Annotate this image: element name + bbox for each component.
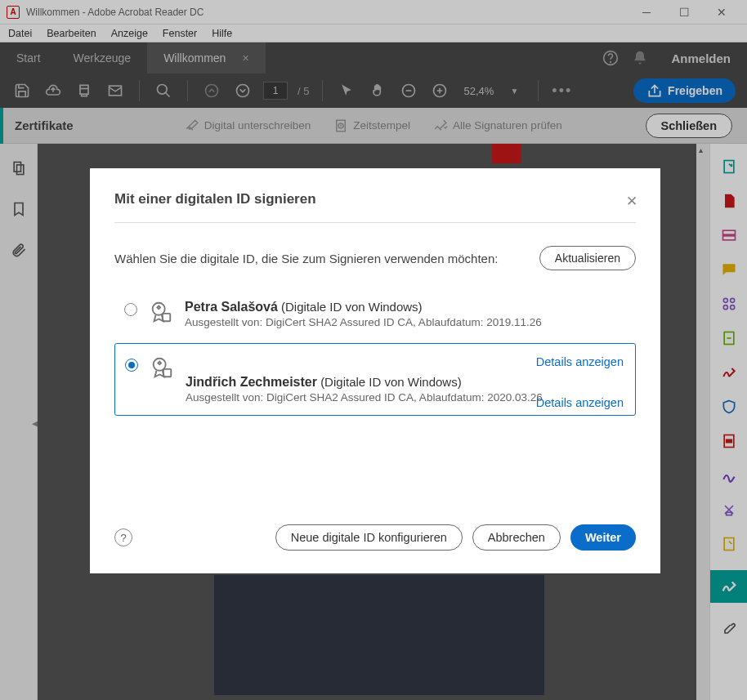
details-link[interactable]: Details anzeigen <box>536 396 624 409</box>
digital-id-option-selected[interactable]: Details anzeigen Jindřich Zechmeister (D… <box>114 343 636 416</box>
certificate-icon <box>150 355 174 380</box>
id-name-line: Petra Salašová (Digitale ID von Windows) <box>185 300 626 314</box>
cancel-button[interactable]: Abbrechen <box>472 524 561 551</box>
details-link[interactable]: Details anzeigen <box>536 355 624 368</box>
dialog-prompt: Wählen Sie die digitale ID, die Sie zum … <box>114 252 498 265</box>
next-button[interactable]: Weiter <box>570 524 636 551</box>
dialog-title: Mit einer digitalen ID signieren <box>114 191 636 207</box>
refresh-button[interactable]: Aktualisieren <box>539 246 636 270</box>
id-issued: Ausgestellt von: DigiCert SHA2 Assured I… <box>185 316 626 328</box>
digital-id-list: Petra Salašová (Digitale ID von Windows)… <box>114 292 636 416</box>
radio-unselected[interactable] <box>124 303 137 316</box>
id-name-line: Jindřich Zechmeister (Digitale ID von Wi… <box>186 375 625 390</box>
dialog-close-icon[interactable]: ✕ <box>626 193 637 210</box>
digital-id-option[interactable]: Petra Salašová (Digitale ID von Windows)… <box>114 292 636 337</box>
sign-dialog: Mit einer digitalen ID signieren ✕ Wähle… <box>90 168 660 573</box>
radio-selected[interactable] <box>125 359 138 372</box>
help-icon[interactable]: ? <box>114 528 132 546</box>
certificate-icon <box>149 300 173 324</box>
configure-id-button[interactable]: Neue digitale ID konfigurieren <box>275 524 463 551</box>
